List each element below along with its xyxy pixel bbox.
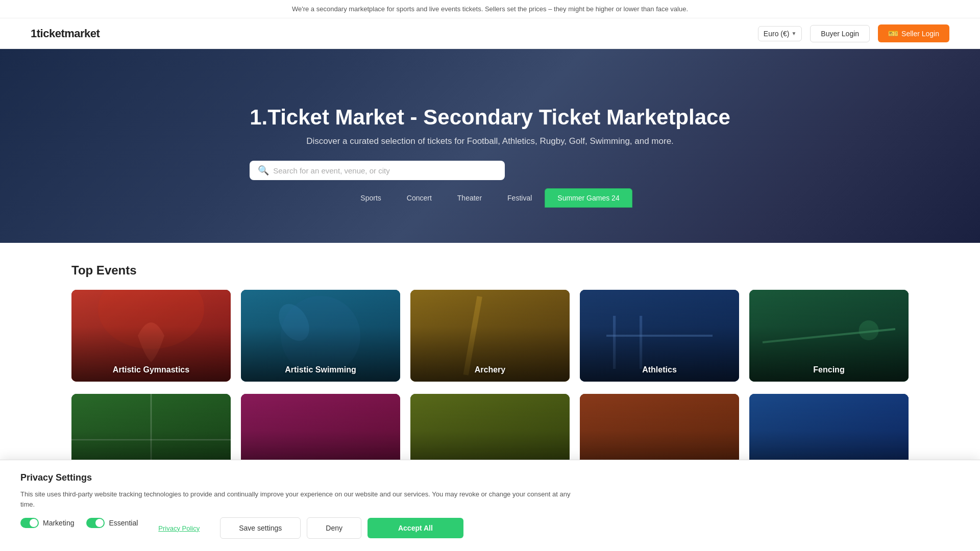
- card-fencing[interactable]: Fencing: [749, 290, 909, 382]
- marketing-label: Marketing: [43, 519, 74, 527]
- essential-toggle-item: Essential: [86, 518, 138, 528]
- marketing-toggle[interactable]: [20, 518, 39, 528]
- essential-label: Essential: [109, 519, 138, 527]
- tabs-bar: Sports Concert Theater Festival Summer G…: [348, 180, 632, 208]
- card-athletics[interactable]: Athletics: [580, 290, 739, 382]
- tab-theater[interactable]: Theater: [445, 188, 495, 208]
- save-settings-button[interactable]: Save settings: [220, 517, 301, 539]
- ticket-icon: 🎫: [888, 29, 898, 38]
- chevron-down-icon: ▼: [791, 31, 796, 36]
- card-label-archery: Archery: [410, 365, 570, 374]
- accept-all-button[interactable]: Accept All: [368, 518, 463, 538]
- privacy-title: Privacy Settings: [20, 472, 960, 483]
- logo[interactable]: 1ticketmarket: [31, 27, 100, 40]
- currency-selector[interactable]: Euro (€) ▼: [758, 26, 802, 41]
- privacy-toggles: Marketing Essential: [20, 518, 138, 528]
- search-input[interactable]: [273, 166, 497, 175]
- search-icon: 🔍: [258, 165, 269, 176]
- card-label-artistic-swimming: Artistic Swimming: [241, 365, 400, 374]
- notice-text: We're a secondary marketplace for sports…: [292, 5, 688, 13]
- privacy-text: This site uses third-party website track…: [20, 489, 582, 509]
- tab-concert[interactable]: Concert: [394, 188, 445, 208]
- tab-festival[interactable]: Festival: [495, 188, 545, 208]
- top-events-title: Top Events: [71, 263, 909, 278]
- card-label-artistic-gymnastics: Artistic Gymnastics: [71, 365, 231, 374]
- seller-login-button[interactable]: 🎫 Seller Login: [878, 24, 949, 42]
- header-right: Euro (€) ▼ Buyer Login 🎫 Seller Login: [758, 24, 949, 42]
- card-label-athletics: Athletics: [580, 365, 739, 374]
- marketing-toggle-item: Marketing: [20, 518, 74, 528]
- privacy-actions: Save settings Deny Accept All: [220, 517, 463, 539]
- card-label-fencing: Fencing: [749, 365, 909, 374]
- notice-bar: We're a secondary marketplace for sports…: [0, 0, 980, 18]
- logo-text: 1ticketmarket: [31, 27, 100, 40]
- hero-content: 1.Ticket Market - Secondary Ticket Marke…: [250, 105, 730, 180]
- top-events-grid: Artistic Gymnastics Artistic Swimming: [71, 290, 909, 382]
- tab-summer-games[interactable]: Summer Games 24: [545, 188, 632, 208]
- hero-title: 1.Ticket Market - Secondary Ticket Marke…: [250, 105, 730, 130]
- header: 1ticketmarket Euro (€) ▼ Buyer Login 🎫 S…: [0, 18, 980, 49]
- privacy-policy-link[interactable]: Privacy Policy: [158, 524, 200, 532]
- hero-subtitle: Discover a curated selection of tickets …: [250, 136, 730, 146]
- tab-sports[interactable]: Sports: [348, 188, 394, 208]
- hero-section: 1.Ticket Market - Secondary Ticket Marke…: [0, 49, 980, 243]
- deny-button[interactable]: Deny: [307, 517, 361, 539]
- card-archery[interactable]: Archery: [410, 290, 570, 382]
- search-bar: 🔍: [250, 161, 505, 180]
- card-artistic-swimming[interactable]: Artistic Swimming: [241, 290, 400, 382]
- privacy-bottom-row: Marketing Essential Privacy Policy Save …: [20, 517, 960, 539]
- essential-toggle[interactable]: [86, 518, 105, 528]
- buyer-login-button[interactable]: Buyer Login: [810, 25, 870, 42]
- seller-login-label: Seller Login: [901, 30, 939, 38]
- card-artistic-gymnastics[interactable]: Artistic Gymnastics: [71, 290, 231, 382]
- privacy-settings-panel: Privacy Settings This site uses third-pa…: [0, 460, 980, 551]
- currency-value: Euro (€): [764, 30, 790, 38]
